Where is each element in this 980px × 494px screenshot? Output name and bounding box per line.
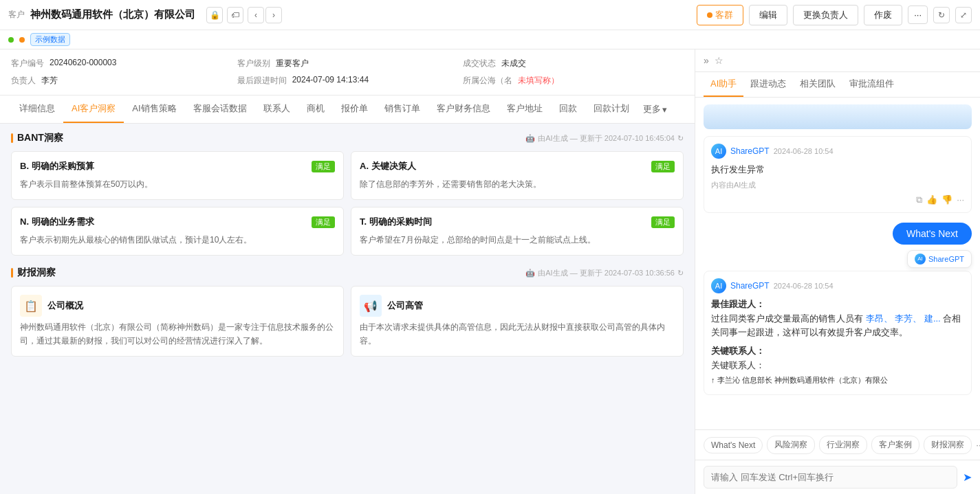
finance-section-header: 财报洞察 🤖 由AI生成 — 更新于 2024-07-03 10:36:56 ↻ (11, 267, 684, 279)
left-panel: 客户编号 20240620-000003 客户级别 重要客户 成交状态 未成交 … (0, 49, 695, 494)
bant-card-n-header: N. 明确的业务需求 满足 (20, 216, 335, 228)
refresh-btn[interactable]: ↻ (933, 7, 950, 23)
link-lifang[interactable]: 李芳、 (895, 313, 922, 324)
finance-title: 财报洞察 (11, 267, 56, 279)
right-tab-ai-assistant[interactable]: AI助手 (704, 72, 743, 97)
input-area: ➤ (695, 460, 980, 494)
ai-icon: 🤖 (525, 134, 535, 143)
whats-next-container: What's Next AI ShareGPT (704, 220, 972, 247)
tab-payment[interactable]: 回款 (551, 96, 585, 123)
more-btn[interactable]: ··· (908, 5, 928, 24)
right-panel-header: » ☆ (695, 49, 980, 72)
bant-card-a: A. 关键决策人 满足 除了信息部的李芳外，还需要销售部的老大决策。 (351, 151, 684, 200)
dot-orange-icon (19, 37, 25, 43)
chat-gradient-header (704, 104, 972, 129)
bant-card-t-header: T. 明确的采购时间 满足 (360, 216, 675, 228)
company-name: 神州数码通用软件（北京）有限公司 (30, 8, 195, 21)
tab-contacts[interactable]: 联系人 (255, 96, 298, 123)
ai-generated-label: 内容由AI生成 (711, 180, 964, 190)
fin-card-executive: 📢 公司高管 由于本次请求未提供具体的高管信息，因此无法从财报中直接获取公司高管… (351, 286, 684, 356)
tab-quote[interactable]: 报价单 (333, 96, 376, 123)
chat-actions-1: ⧉ 👍 👎 ··· (711, 194, 964, 205)
chat-input[interactable] (704, 466, 957, 489)
shortcut-finance[interactable]: 财报洞察 (924, 436, 972, 454)
shortcut-risk[interactable]: 风险洞察 (767, 436, 815, 454)
bant-card-t: T. 明确的采购时间 满足 客户希望在7月份敲定，总部给的时间点是十一之前能试点… (351, 207, 684, 256)
chevron-down-icon: ▾ (662, 104, 667, 115)
tab-opportunity[interactable]: 商机 (298, 96, 333, 123)
nav-next-btn[interactable]: › (265, 7, 282, 23)
right-tab-follow[interactable]: 跟进动态 (743, 72, 793, 97)
executive-icon: 📢 (360, 295, 382, 317)
tab-detail[interactable]: 详细信息 (11, 96, 63, 123)
main-layout: 客户编号 20240620-000003 客户级别 重要客户 成交状态 未成交 … (0, 49, 980, 494)
tag-icon[interactable]: 🏷 (227, 7, 243, 23)
refresh-bant-icon[interactable]: ↻ (677, 134, 684, 143)
dot-green-icon (8, 37, 14, 43)
dot-icon (707, 12, 712, 18)
bottom-shortcuts: What's Next 风险洞察 行业洞察 客户案例 财报洞察 ··· (695, 429, 980, 460)
tab-ai-sales[interactable]: AI销售策略 (124, 96, 184, 123)
kehu-btn[interactable]: 客群 (697, 5, 743, 25)
refresh-finance-icon[interactable]: ↻ (677, 269, 684, 278)
example-tag: 示例数据 (30, 33, 70, 46)
ai-icon-2: 🤖 (525, 269, 535, 278)
info-bar: 客户编号 20240620-000003 客户级别 重要客户 成交状态 未成交 … (0, 49, 695, 96)
abandon-btn[interactable]: 作废 (864, 5, 902, 25)
fin-card-overview-header: 📋 公司概况 (20, 295, 335, 317)
fin-card-overview: 📋 公司概况 神州数码通用软件（北京）有限公司（简称神州数码）是一家专注于信息技… (11, 286, 344, 356)
shortcut-industry[interactable]: 行业洞察 (819, 436, 867, 454)
info-last-follow: 最后跟进时间 2024-07-09 14:13:44 (237, 75, 458, 87)
bant-card-b-header: B. 明确的采购预算 满足 (20, 160, 335, 172)
shortcut-more[interactable]: ··· (976, 440, 980, 450)
info-customer-no: 客户编号 20240620-000003 (11, 58, 232, 69)
right-panel: » ☆ AI助手 跟进动态 相关团队 审批流组件 AI Shar (695, 49, 980, 494)
chat-message-1: AI ShareGPT 2024-06-28 10:54 执行发生异常 内容由A… (704, 136, 972, 213)
panel-expand-icon[interactable]: » (704, 55, 709, 66)
whats-next-btn[interactable]: What's Next (893, 223, 972, 245)
link-jian[interactable]: 建... (924, 313, 941, 324)
more-chat-icon[interactable]: ··· (957, 194, 964, 205)
chat-message-2-content: 最佳跟进人： 过往同类客户成交量最高的销售人员有 李昂、 李芳、 建... 合相… (711, 297, 964, 388)
bant-card-b: B. 明确的采购预算 满足 客户表示目前整体预算在50万以内。 (11, 151, 344, 200)
tab-ai-insight[interactable]: AI客户洞察 (63, 96, 124, 123)
header-left: 客户 神州数码通用软件（北京）有限公司 🔒 🏷 ‹ › (8, 7, 282, 23)
top-header: 客户 神州数码通用软件（北京）有限公司 🔒 🏷 ‹ › 客群 编辑 更换负责人 … (0, 0, 980, 30)
header-icons: 🔒 🏷 ‹ › (206, 7, 282, 23)
bant-title: BANT洞察 (11, 132, 63, 144)
tab-more[interactable]: 更多 ▾ (638, 96, 673, 122)
finance-meta: 🤖 由AI生成 — 更新于 2024-07-03 10:36:56 ↻ (525, 268, 684, 278)
tab-orders[interactable]: 销售订单 (376, 96, 428, 123)
bant-cards-grid: B. 明确的采购预算 满足 客户表示目前整体预算在50万以内。 A. 关键决策人… (11, 151, 684, 256)
key-contacts: 关键联系人： 关键联系人： ↑ 李兰沁 信息部长 神州数码通用软件（北京）有限公 (711, 344, 964, 387)
thumbup-icon[interactable]: 👍 (926, 194, 937, 205)
overview-icon: 📋 (20, 295, 42, 317)
info-owner: 负责人 李芳 (11, 75, 232, 87)
lock-icon[interactable]: 🔒 (206, 7, 223, 23)
nav-prev-btn[interactable]: ‹ (248, 7, 264, 23)
chat-message-1-header: AI ShareGPT 2024-06-28 10:54 (711, 144, 964, 159)
thumbdown-icon[interactable]: 👎 (941, 194, 952, 205)
expand-btn[interactable]: ⤢ (955, 7, 972, 23)
shortcut-case[interactable]: 客户案例 (871, 436, 919, 454)
shortcut-whats-next[interactable]: What's Next (704, 437, 763, 453)
right-tabs: AI助手 跟进动态 相关团队 审批流组件 (695, 72, 980, 98)
copy-icon[interactable]: ⧉ (916, 194, 922, 205)
robot-avatar-2: AI (711, 278, 726, 293)
right-tab-approval[interactable]: 审批流组件 (842, 72, 901, 97)
edit-btn[interactable]: 编辑 (749, 5, 787, 25)
tab-address[interactable]: 客户地址 (499, 96, 551, 123)
change-owner-btn[interactable]: 更换负责人 (793, 5, 858, 25)
tab-bar: 详细信息 AI客户洞察 AI销售策略 客服会话数据 联系人 商机 报价单 销售订… (0, 96, 695, 124)
tab-finance[interactable]: 客户财务信息 (428, 96, 499, 123)
robot-avatar-1: AI (711, 144, 726, 159)
right-panel-icons: » ☆ (704, 55, 723, 66)
tab-payment-plan[interactable]: 回款计划 (585, 96, 638, 123)
finance-section: 财报洞察 🤖 由AI生成 — 更新于 2024-07-03 10:36:56 ↻… (11, 267, 684, 356)
send-btn[interactable]: ➤ (963, 471, 972, 484)
right-tab-team[interactable]: 相关团队 (793, 72, 842, 97)
panel-pin-icon[interactable]: ☆ (715, 55, 723, 66)
link-liang[interactable]: 李昂、 (866, 313, 893, 324)
finance-cards-grid: 📋 公司概况 神州数码通用软件（北京）有限公司（简称神州数码）是一家专注于信息技… (11, 286, 684, 356)
tab-customer-chat[interactable]: 客服会话数据 (185, 96, 255, 123)
